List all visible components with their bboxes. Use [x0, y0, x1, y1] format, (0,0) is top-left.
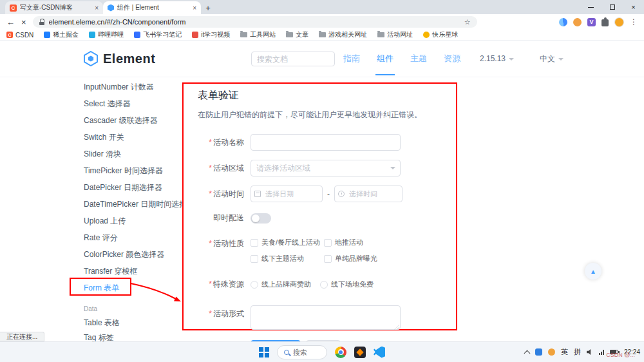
- checkbox-offline-theme[interactable]: 线下主题活动: [251, 254, 324, 263]
- date-picker[interactable]: [251, 186, 323, 202]
- tray-app-icon-1[interactable]: [535, 348, 542, 356]
- bookmark-feishu[interactable]: 飞书学习笔记: [134, 30, 182, 39]
- tray-expand-icon[interactable]: [524, 350, 531, 356]
- activity-region-select[interactable]: [251, 160, 401, 176]
- maximize-button[interactable]: [601, 0, 623, 14]
- bookmark-juejin[interactable]: 稀土掘金: [44, 30, 79, 39]
- taskbar-search-input[interactable]: [293, 348, 320, 356]
- required-mark: *: [209, 280, 212, 289]
- field-label: 活动名称: [213, 138, 244, 147]
- form-demo-card: 表单验证 在防止用户犯错的前提下，尽可能让用户更早地发现并纠正错误。 *活动名称…: [182, 82, 457, 330]
- lock-icon[interactable]: [39, 19, 44, 25]
- back-button[interactable]: ←: [6, 18, 15, 26]
- browser-tab-csdn[interactable]: C 写文章-CSDN博客 ×: [5, 1, 103, 14]
- close-button[interactable]: ×: [623, 0, 644, 14]
- checkbox-online-food[interactable]: 美食/餐厅线上活动: [251, 238, 324, 247]
- tab-close-icon[interactable]: ×: [95, 5, 99, 12]
- extensions-puzzle-icon[interactable]: [601, 19, 609, 26]
- sidebar-item-datetimepicker[interactable]: DateTimePicker 日期时间选择器: [84, 196, 180, 213]
- nav-link-theme[interactable]: 主题: [410, 53, 427, 64]
- sidebar-item-colorpicker[interactable]: ColorPicker 颜色选择器: [84, 246, 180, 263]
- extension-icon-v[interactable]: V: [587, 18, 596, 26]
- sidebar-item-inputnumber[interactable]: InputNumber 计数器: [84, 79, 180, 95]
- radio-icon: [251, 281, 258, 289]
- sidebar-item-select[interactable]: Select 选择器: [84, 95, 180, 112]
- doc-search-input[interactable]: [251, 52, 335, 66]
- sidebar-item-switch[interactable]: Switch 开关: [84, 129, 180, 146]
- date-input[interactable]: [251, 186, 323, 202]
- vscode-icon[interactable]: [374, 347, 385, 358]
- sidebar-item-slider[interactable]: Slider 滑块: [84, 146, 180, 162]
- extension-icon-orange[interactable]: [573, 18, 582, 26]
- speaker-icon[interactable]: [587, 349, 593, 356]
- taskbar-search[interactable]: [277, 345, 327, 359]
- form-row-region: *活动区域: [198, 160, 442, 176]
- chrome-taskbar-icon[interactable]: [335, 347, 346, 358]
- bookmark-folder-activities[interactable]: 活动网址: [377, 30, 413, 39]
- version-dropdown[interactable]: 2.15.13: [480, 41, 514, 77]
- bookmark-csdn[interactable]: CCSDN: [6, 32, 33, 39]
- browser-menu-icon[interactable]: ⋮: [630, 17, 638, 26]
- tray-app-icon-2[interactable]: [548, 348, 555, 356]
- required-mark: *: [209, 164, 212, 173]
- minimize-button[interactable]: [580, 0, 601, 14]
- browser-tab-element[interactable]: 组件 | Element ×: [103, 1, 201, 14]
- sidebar-item-datepicker[interactable]: DatePicker 日期选择器: [84, 179, 180, 196]
- search-icon: [284, 350, 289, 355]
- extension-icon-blue[interactable]: [559, 18, 567, 26]
- new-tab-button[interactable]: +: [201, 1, 215, 14]
- nav-link-resource[interactable]: 资源: [444, 53, 460, 64]
- sidebar-item-timepicker[interactable]: TimePicker 时间选择器: [84, 162, 180, 179]
- orange-app-icon[interactable]: [354, 347, 366, 358]
- address-bar[interactable]: element.eleme.cn/#/zh-CN/component/form …: [33, 16, 477, 28]
- nav-link-guide[interactable]: 指南: [343, 53, 360, 64]
- start-button[interactable]: [259, 347, 269, 357]
- sidebar-item-cascader[interactable]: Cascader 级联选择器: [84, 112, 180, 129]
- chevron-down-icon: [558, 58, 564, 63]
- activity-desc-textarea[interactable]: [251, 305, 401, 330]
- form-row-name: *活动名称: [198, 134, 442, 151]
- delivery-switch[interactable]: [251, 213, 271, 224]
- back-to-top-button[interactable]: ▲: [585, 263, 601, 280]
- tab-close-icon[interactable]: ×: [193, 5, 196, 12]
- video-site-icon: [192, 32, 198, 38]
- radio-offline-venue[interactable]: 线下场地免费: [320, 280, 374, 289]
- sidebar-item-upload[interactable]: Upload 上传: [84, 213, 180, 229]
- activity-name-input[interactable]: [251, 134, 401, 151]
- bookmark-happy-planet[interactable]: 快乐星球: [423, 30, 458, 39]
- sidebar-item-tag[interactable]: Tag 标签: [84, 330, 180, 341]
- bookmark-bilibili[interactable]: 哔哩哔哩: [89, 30, 124, 39]
- bookmark-star-icon[interactable]: ☆: [464, 18, 471, 26]
- nav-link-component[interactable]: 组件: [377, 53, 393, 64]
- region-select-input[interactable]: [251, 160, 401, 176]
- sidebar-item-form[interactable]: Form 表单: [84, 280, 180, 296]
- sidebar-item-table[interactable]: Table 表格: [84, 316, 180, 330]
- profile-avatar[interactable]: [614, 17, 624, 27]
- ime-language-badge[interactable]: 英: [561, 347, 568, 357]
- form-row-delivery: 即时配送: [198, 213, 442, 224]
- bookmark-it-video[interactable]: it学习视频: [192, 30, 230, 39]
- url-text: element.eleme.cn/#/zh-CN/component/form: [49, 18, 460, 26]
- time-picker[interactable]: [334, 186, 402, 202]
- bookmarks-bar: CCSDN 稀土掘金 哔哩哔哩 飞书学习笔记 it学习视频 工具网站 文章 游戏…: [0, 30, 644, 41]
- site-nav: 指南 组件 主题 资源: [343, 41, 460, 77]
- checkbox-brand-exposure[interactable]: 单纯品牌曝光: [324, 254, 377, 263]
- sidebar-item-transfer[interactable]: Transfer 穿梭框: [84, 263, 180, 280]
- element-logo[interactable]: Element: [84, 41, 155, 77]
- calendar-icon: [254, 191, 261, 197]
- window-controls: ×: [580, 0, 644, 14]
- component-sidebar: InputNumber 计数器 Select 选择器 Cascader 级联选择…: [84, 79, 180, 341]
- sidebar-item-rate[interactable]: Rate 评分: [84, 229, 180, 246]
- ime-pinyin-badge[interactable]: 拼: [574, 347, 581, 357]
- network-icon[interactable]: [599, 350, 604, 355]
- demo-title: 表单验证: [198, 89, 442, 102]
- bookmark-folder-games[interactable]: 游戏相关网址: [319, 30, 367, 39]
- stop-loading-button[interactable]: ×: [21, 18, 26, 26]
- bookmark-folder-articles[interactable]: 文章: [286, 30, 308, 39]
- radio-online-sponsor[interactable]: 线上品牌商赞助: [251, 280, 311, 289]
- language-dropdown[interactable]: 中文: [540, 41, 564, 77]
- bookmark-folder-tools[interactable]: 工具网站: [240, 30, 276, 39]
- validation-form: *活动名称 *活动区域 *活动时间: [198, 134, 442, 341]
- checkbox-promotion[interactable]: 地推活动: [324, 238, 377, 247]
- range-separator: -: [327, 189, 330, 198]
